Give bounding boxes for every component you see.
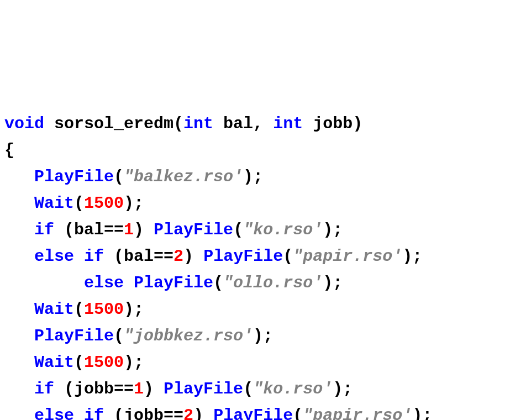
code-line-12: else if (jobb==2) PlayFile("papir.rso'); xyxy=(4,402,527,420)
number-literal: 2 xyxy=(183,406,193,420)
func-name: sorsol_eredm xyxy=(44,114,174,133)
string-literal: "ko.rso' xyxy=(253,380,333,398)
indent xyxy=(4,406,34,420)
cond-close: ) xyxy=(144,380,164,398)
space xyxy=(74,247,84,266)
string-literal: "papir.rso' xyxy=(293,247,402,266)
call-playfile: PlayFile xyxy=(203,247,283,266)
code-line-4: Wait(1500); xyxy=(4,190,527,217)
param-bal: bal, xyxy=(213,114,273,133)
cond-close: ) xyxy=(134,221,154,239)
keyword-else: else xyxy=(34,247,74,266)
paren-close: ); xyxy=(124,353,144,372)
paren-close: ); xyxy=(333,380,353,398)
code-line-3: PlayFile("balkez.rso'); xyxy=(4,164,527,190)
keyword-if: if xyxy=(84,247,104,266)
cond-close: ) xyxy=(183,247,203,266)
indent xyxy=(4,274,84,292)
call-wait: Wait xyxy=(34,300,74,319)
paren-close: ) xyxy=(353,114,362,133)
call-playfile: PlayFile xyxy=(34,327,114,345)
indent xyxy=(4,353,34,372)
indent xyxy=(4,167,34,186)
number-literal: 1500 xyxy=(84,300,124,319)
cond-close: ) xyxy=(193,406,213,420)
indent xyxy=(4,221,34,239)
indent xyxy=(4,247,34,266)
keyword-if: if xyxy=(34,221,54,239)
paren-close: ); xyxy=(323,274,343,292)
call-playfile: PlayFile xyxy=(134,274,213,292)
keyword-else: else xyxy=(34,406,74,420)
paren-open: ( xyxy=(74,300,84,319)
paren-close: ); xyxy=(124,300,144,319)
code-line-6: else if (bal==2) PlayFile("papir.rso'); xyxy=(4,243,527,270)
paren-open: ( xyxy=(213,274,223,292)
keyword-int: int xyxy=(183,114,213,133)
cond: (jobb== xyxy=(54,380,134,398)
code-line-9: PlayFile("jobbkez.rso'); xyxy=(4,323,527,349)
space xyxy=(124,274,134,292)
code-line-2: { xyxy=(4,137,527,164)
cond: (bal== xyxy=(104,247,174,266)
number-literal: 1500 xyxy=(84,194,124,213)
paren-open: ( xyxy=(293,406,303,420)
call-playfile: PlayFile xyxy=(164,380,243,398)
paren-close: ); xyxy=(412,406,432,420)
string-literal: "jobbkez.rso' xyxy=(124,327,253,345)
space xyxy=(74,406,84,420)
code-line-1: void sorsol_eredm(int bal, int jobb) xyxy=(4,111,527,137)
paren-open: ( xyxy=(174,114,183,133)
param-jobb: jobb xyxy=(303,114,353,133)
string-literal: "ko.rso' xyxy=(243,221,323,239)
paren-open: ( xyxy=(243,380,253,398)
keyword-if: if xyxy=(84,406,104,420)
paren-close: ); xyxy=(124,194,144,213)
string-literal: "ollo.rso' xyxy=(223,274,323,292)
keyword-void: void xyxy=(4,114,44,133)
string-literal: "papir.rso' xyxy=(303,406,412,420)
paren-open: ( xyxy=(74,353,84,372)
paren-close: ); xyxy=(243,167,263,186)
indent xyxy=(4,300,34,319)
code-line-11: if (jobb==1) PlayFile("ko.rso'); xyxy=(4,376,527,402)
code-line-7: else PlayFile("ollo.rso'); xyxy=(4,270,527,296)
paren-open: ( xyxy=(114,327,124,345)
indent xyxy=(4,327,34,345)
paren-close: ); xyxy=(253,327,273,345)
call-playfile: PlayFile xyxy=(213,406,293,420)
cond: (jobb== xyxy=(104,406,183,420)
keyword-if: if xyxy=(34,380,54,398)
paren-close: ); xyxy=(323,221,343,239)
string-literal: "balkez.rso' xyxy=(124,167,243,186)
keyword-else: else xyxy=(84,274,124,292)
number-literal: 2 xyxy=(174,247,183,266)
number-literal: 1500 xyxy=(84,353,124,372)
indent xyxy=(4,380,34,398)
code-line-5: if (bal==1) PlayFile("ko.rso'); xyxy=(4,217,527,243)
paren-open: ( xyxy=(233,221,243,239)
code-line-10: Wait(1500); xyxy=(4,349,527,376)
call-playfile: PlayFile xyxy=(34,167,114,186)
code-block: void sorsol_eredm(int bal, int jobb){ Pl… xyxy=(4,111,527,420)
indent xyxy=(4,194,34,213)
call-wait: Wait xyxy=(34,194,74,213)
paren-open: ( xyxy=(283,247,293,266)
number-literal: 1 xyxy=(134,380,144,398)
paren-open: ( xyxy=(74,194,84,213)
paren-close: ); xyxy=(402,247,422,266)
code-line-8: Wait(1500); xyxy=(4,296,527,323)
call-playfile: PlayFile xyxy=(154,221,233,239)
paren-open: ( xyxy=(114,167,124,186)
number-literal: 1 xyxy=(124,221,134,239)
cond: (bal== xyxy=(54,221,124,239)
call-wait: Wait xyxy=(34,353,74,372)
keyword-int: int xyxy=(273,114,303,133)
brace-open: { xyxy=(4,141,14,160)
